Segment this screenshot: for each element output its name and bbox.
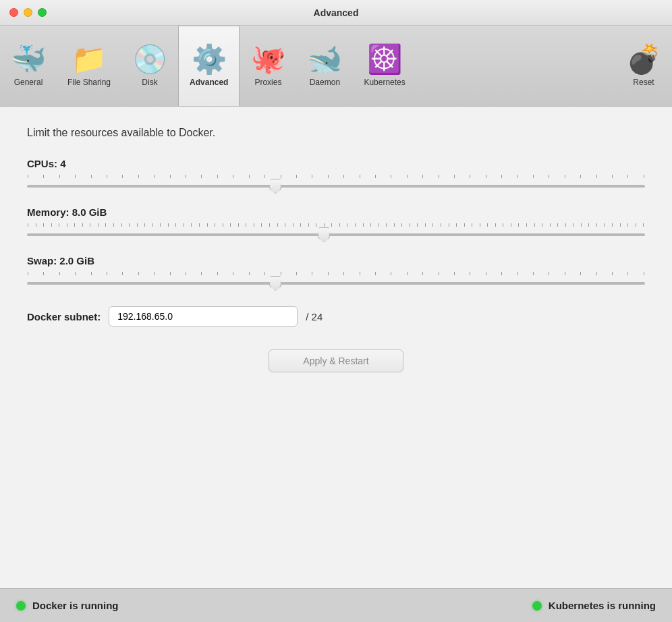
tab-reset[interactable]: 💣 Reset [615,26,672,106]
apply-restart-button[interactable]: Apply & Restart [269,349,403,372]
memory-ticks [27,223,645,227]
subnet-row: Docker subnet: / 24 [27,306,645,327]
tab-daemon-label: Daemon [310,78,340,87]
status-bar: Docker is running Kubernetes is running [0,588,672,622]
proxies-icon: 🐙 [250,45,285,74]
kubernetes-status: Kubernetes is running [532,600,656,611]
swap-slider-wrapper [27,272,645,287]
advanced-icon: ⚙️ [192,45,227,74]
cpus-slider-wrapper [27,175,645,190]
description-text: Limit the resources available to Docker. [27,127,645,139]
daemon-icon: 🐋 [307,45,342,74]
tab-kubernetes-label: Kubernetes [364,78,405,87]
memory-label: Memory: 8.0 GiB [27,206,645,218]
main-content: Limit the resources available to Docker.… [0,107,672,588]
subnet-input[interactable] [109,306,298,327]
reset-icon: 💣 [626,45,661,74]
docker-status-text: Docker is running [32,600,119,611]
tab-daemon[interactable]: 🐋 Daemon [296,26,353,106]
maximize-button[interactable] [38,8,47,17]
tab-file-sharing-label: File Sharing [67,78,111,87]
title-bar: Advanced [0,0,672,26]
swap-label: Swap: 2.0 GiB [27,255,645,266]
swap-ticks [27,272,645,275]
tab-file-sharing[interactable]: 📁 File Sharing [57,26,121,106]
kubernetes-icon: ☸️ [367,45,402,74]
tab-general-label: General [14,78,43,87]
tab-advanced[interactable]: ⚙️ Advanced [178,26,240,106]
apply-btn-row: Apply & Restart [27,349,645,372]
cpus-ticks [27,175,645,178]
swap-slider[interactable] [27,282,645,285]
kubernetes-status-text: Kubernetes is running [549,600,656,611]
window-title: Advanced [314,7,359,18]
cpus-label: CPUs: 4 [27,158,645,169]
minimize-button[interactable] [24,8,32,17]
disk-icon: 💿 [132,45,167,74]
memory-section: Memory: 8.0 GiB [27,206,645,239]
tab-proxies[interactable]: 🐙 Proxies [240,26,296,106]
tab-general[interactable]: 🐳 General [0,26,57,106]
docker-status: Docker is running [16,600,119,611]
tab-reset-label: Reset [633,78,654,87]
tab-kubernetes[interactable]: ☸️ Kubernetes [353,26,416,106]
memory-slider-wrapper [27,223,645,239]
subnet-label: Docker subnet: [27,311,101,322]
tab-advanced-label: Advanced [190,78,228,87]
kubernetes-status-dot [532,601,542,611]
tab-disk[interactable]: 💿 Disk [121,26,178,106]
cpus-slider[interactable] [27,185,645,188]
docker-status-dot [16,601,26,611]
cpus-section: CPUs: 4 [27,158,645,190]
general-icon: 🐳 [11,45,46,74]
subnet-mask: / 24 [306,311,323,322]
window-controls [9,8,47,17]
toolbar: 🐳 General 📁 File Sharing 💿 Disk ⚙️ Advan… [0,26,672,107]
close-button[interactable] [9,8,18,17]
swap-section: Swap: 2.0 GiB [27,255,645,287]
tab-proxies-label: Proxies [254,78,281,87]
memory-slider[interactable] [27,233,645,236]
file-sharing-icon: 📁 [72,45,107,74]
tab-disk-label: Disk [142,78,157,87]
